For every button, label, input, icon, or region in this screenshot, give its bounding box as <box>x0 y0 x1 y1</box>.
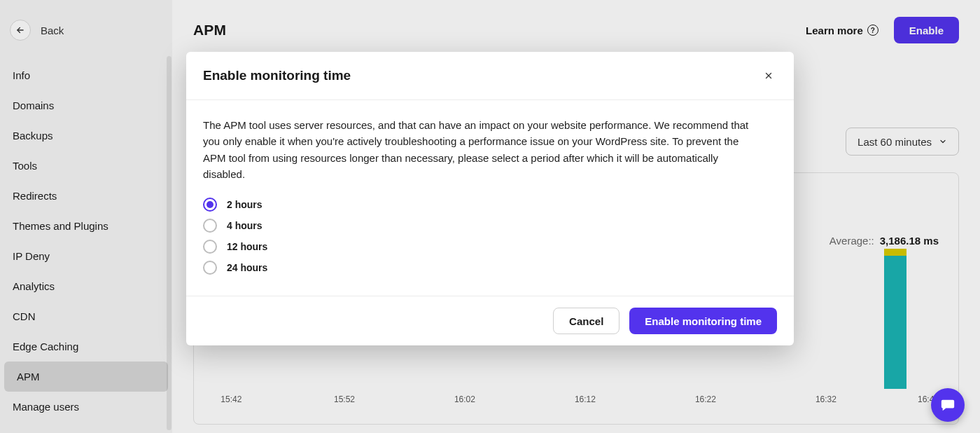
modal-overlay[interactable]: Enable monitoring time The APM tool uses… <box>0 0 980 433</box>
close-icon <box>764 71 774 81</box>
radio-12-hours[interactable]: 12 hours <box>203 240 777 254</box>
confirm-enable-button-label: Enable monitoring time <box>645 315 762 327</box>
close-button[interactable] <box>760 67 777 84</box>
modal-description: The APM tool uses server resources, and … <box>203 117 757 182</box>
chat-launcher[interactable] <box>931 388 965 422</box>
radio-indicator <box>203 240 217 254</box>
modal-footer: Cancel Enable monitoring time <box>186 296 794 345</box>
modal-header: Enable monitoring time <box>186 52 794 100</box>
chat-icon <box>940 397 955 413</box>
radio-label: 4 hours <box>227 220 262 231</box>
radio-label: 2 hours <box>227 199 262 210</box>
radio-2-hours[interactable]: 2 hours <box>203 198 777 212</box>
modal: Enable monitoring time The APM tool uses… <box>186 52 794 345</box>
radio-indicator <box>203 198 217 212</box>
cancel-button-label: Cancel <box>569 315 603 327</box>
radio-indicator <box>203 261 217 275</box>
confirm-enable-button[interactable]: Enable monitoring time <box>629 308 777 334</box>
radio-label: 12 hours <box>227 241 267 252</box>
duration-radio-group: 2 hours 4 hours 12 hours 24 hours <box>203 198 777 275</box>
radio-indicator <box>203 219 217 233</box>
radio-4-hours[interactable]: 4 hours <box>203 219 777 233</box>
radio-label: 24 hours <box>227 262 267 273</box>
modal-body: The APM tool uses server resources, and … <box>186 100 794 296</box>
cancel-button[interactable]: Cancel <box>553 308 620 334</box>
radio-24-hours[interactable]: 24 hours <box>203 261 777 275</box>
modal-title: Enable monitoring time <box>203 68 351 83</box>
